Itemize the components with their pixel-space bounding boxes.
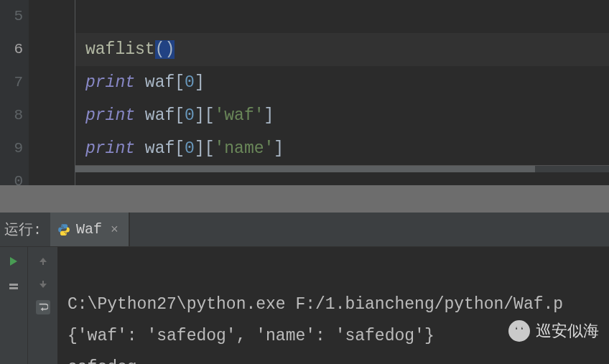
keyword-token: print [85,106,135,125]
watermark-text: 巡安似海 [536,315,599,347]
code-line[interactable]: print waf[0] [85,66,205,99]
line-number: 6 [0,33,23,66]
code-editor[interactable]: 5 6 7 8 9 0 waflist() print waf[0] print… [0,0,609,185]
run-toolwindow-header: 运行: Waf × [0,213,609,247]
run-console-panel: C:\Python27\python.exe F:/1.biancheng/py… [0,247,609,364]
svg-marker-0 [10,257,17,266]
down-arrow-icon[interactable] [36,277,50,291]
scrollbar-thumb[interactable] [75,166,535,172]
soft-wrap-icon[interactable] [36,300,50,314]
run-toolbar-primary [0,247,27,364]
layout-icon[interactable] [6,280,21,294]
run-toolbar-secondary [27,247,57,364]
number-token: 0 [185,106,195,125]
keyword-token: print [85,73,135,92]
code-line[interactable]: waflist() [85,33,175,66]
run-tab-label: Waf [76,221,102,238]
console-line: {'waf': 'safedog', 'name': 'safedog'} [68,327,434,345]
number-token: 0 [185,73,195,92]
line-number: 0 [0,165,23,198]
code-area[interactable]: waflist() print waf[0] print waf[0]['waf… [75,0,609,185]
watermark: ❛❛ 巡安似海 [508,315,599,347]
svg-rect-1 [9,284,18,286]
rerun-icon[interactable] [6,254,21,269]
number-token: 0 [185,139,195,158]
console-line: C:\Python27\python.exe F:/1.biancheng/py… [68,295,563,314]
function-call-token: waflist [85,40,155,59]
string-token: 'waf' [215,106,264,125]
close-icon[interactable]: × [108,223,118,237]
editor-margin [29,0,75,185]
run-header-spacer [129,213,609,246]
identifier-token: waf [145,106,175,125]
line-number: 9 [0,132,23,165]
keyword-token: print [85,139,135,158]
panel-divider[interactable] [0,185,609,213]
line-number-gutter: 5 6 7 8 9 0 [0,0,29,185]
python-file-icon [57,223,70,236]
line-number: 8 [0,99,23,132]
string-token: 'name' [215,139,274,158]
svg-rect-3 [42,261,44,265]
up-arrow-icon[interactable] [36,254,50,269]
line-number: 5 [0,0,23,33]
code-line[interactable]: print waf[0]['name'] [85,132,284,165]
svg-rect-2 [9,287,18,289]
console-output[interactable]: C:\Python27\python.exe F:/1.biancheng/py… [57,247,609,364]
wechat-icon: ❛❛ [508,320,530,342]
code-line[interactable]: print waf[0]['waf'] [85,99,274,132]
console-line: safedog [68,358,137,364]
run-tab[interactable]: Waf × [50,213,129,246]
svg-rect-4 [42,281,44,284]
run-toolwindow-title: 运行: [0,213,50,246]
horizontal-scrollbar[interactable] [75,165,609,172]
selection: () [155,40,175,59]
identifier-token: waf [145,73,175,92]
line-number: 7 [0,66,23,99]
identifier-token: waf [145,139,175,158]
